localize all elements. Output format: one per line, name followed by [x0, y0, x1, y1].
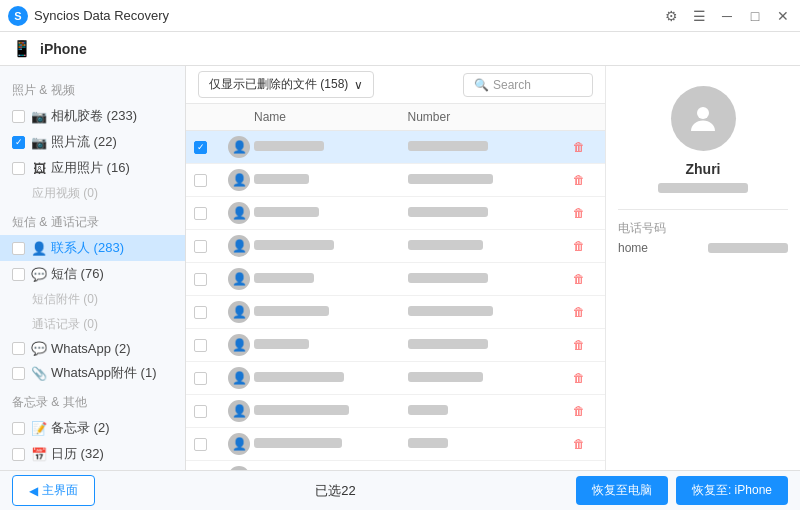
camera-roll-label: 相机胶卷 (233) — [51, 107, 177, 125]
row-checkbox[interactable] — [194, 141, 207, 154]
row-checkbox[interactable] — [194, 273, 207, 286]
avatar-cell: 👤 — [224, 202, 254, 224]
sidebar-item-contacts[interactable]: 👤 联系人 (283) — [0, 235, 185, 261]
app-logo: S — [8, 6, 28, 26]
table-row[interactable]: 👤 🗑 — [186, 263, 605, 296]
table-row[interactable]: 👤 🗑 — [186, 329, 605, 362]
checkbox-whatsapp-attach[interactable] — [12, 367, 25, 380]
table-row[interactable]: 👤 🗑 — [186, 164, 605, 197]
row-name — [254, 371, 408, 385]
sidebar-item-sms[interactable]: 💬 短信 (76) — [0, 261, 185, 287]
contacts-label: 联系人 (283) — [51, 239, 177, 257]
row-number — [408, 272, 562, 286]
checkbox-photostream[interactable] — [12, 136, 25, 149]
phone-label: 电话号码 — [618, 220, 788, 237]
sidebar-item-photostream[interactable]: 📷 照片流 (22) — [0, 129, 185, 155]
avatar-person-icon — [685, 101, 721, 137]
menu-icon[interactable]: ☰ — [690, 7, 708, 25]
row-number — [408, 404, 562, 418]
row-checkbox[interactable] — [194, 240, 207, 253]
checkbox-sms[interactable] — [12, 268, 25, 281]
contact-phone-blurred — [658, 183, 748, 193]
header-delete — [561, 110, 597, 124]
sidebar-item-app-photos[interactable]: 🖼 应用照片 (16) — [0, 155, 185, 181]
sidebar-item-calendar[interactable]: 📅 日历 (32) — [0, 441, 185, 467]
contact-name: Zhuri — [686, 161, 721, 177]
search-box[interactable]: 🔍 Search — [463, 73, 593, 97]
avatar-cell: 👤 — [224, 235, 254, 257]
row-number — [408, 371, 562, 385]
row-checkbox[interactable] — [194, 372, 207, 385]
maximize-button[interactable]: □ — [746, 7, 764, 25]
contact-details: 电话号码 home — [618, 209, 788, 255]
row-number — [408, 140, 562, 154]
avatar-icon: 👤 — [228, 136, 250, 158]
settings-icon[interactable]: ⚙ — [662, 7, 680, 25]
table-row[interactable]: 👤 🗑 — [186, 131, 605, 164]
row-number — [408, 338, 562, 352]
row-checkbox[interactable] — [194, 405, 207, 418]
checkbox-notes[interactable] — [12, 422, 25, 435]
table-area: Name Number 👤 🗑 👤 — [186, 104, 605, 470]
filter-dropdown[interactable]: 仅显示已删除的文件 (158) ∨ — [198, 71, 374, 98]
app-photos-icon: 🖼 — [31, 161, 47, 176]
bottom-bar: ◀ 主界面 已选22 恢复至电脑 恢复至: iPhone — [0, 470, 800, 510]
back-label: 主界面 — [42, 482, 78, 499]
table-row[interactable]: 👤 🗑 — [186, 461, 605, 470]
sidebar-item-app-videos: 应用视频 (0) — [0, 181, 185, 206]
checkbox-calendar[interactable] — [12, 448, 25, 461]
delete-icon[interactable]: 🗑 — [561, 239, 597, 253]
avatar-icon: 👤 — [228, 268, 250, 290]
title-bar-left: S Syncios Data Recovery — [8, 6, 169, 26]
whatsapp-label: WhatsApp (2) — [51, 341, 177, 356]
delete-icon[interactable]: 🗑 — [561, 437, 597, 451]
row-checkbox[interactable] — [194, 339, 207, 352]
row-checkbox[interactable] — [194, 207, 207, 220]
delete-icon[interactable]: 🗑 — [561, 272, 597, 286]
table-row[interactable]: 👤 🗑 — [186, 395, 605, 428]
device-icon: 📱 — [12, 39, 32, 58]
table-row[interactable]: 👤 🗑 — [186, 362, 605, 395]
restore-pc-button[interactable]: 恢复至电脑 — [576, 476, 668, 505]
restore-iphone-button[interactable]: 恢复至: iPhone — [676, 476, 788, 505]
back-button[interactable]: ◀ 主界面 — [12, 475, 95, 506]
title-bar: S Syncios Data Recovery ⚙ ☰ ─ □ ✕ — [0, 0, 800, 32]
app-photos-label: 应用照片 (16) — [51, 159, 177, 177]
table-row[interactable]: 👤 🗑 — [186, 197, 605, 230]
row-number — [408, 206, 562, 220]
delete-icon[interactable]: 🗑 — [561, 206, 597, 220]
sidebar-item-whatsapp[interactable]: 💬 WhatsApp (2) — [0, 337, 185, 360]
checkbox-whatsapp[interactable] — [12, 342, 25, 355]
close-button[interactable]: ✕ — [774, 7, 792, 25]
delete-icon[interactable]: 🗑 — [561, 140, 597, 154]
delete-icon[interactable]: 🗑 — [561, 371, 597, 385]
back-icon: ◀ — [29, 484, 38, 498]
checkbox-contacts[interactable] — [12, 242, 25, 255]
row-checkbox[interactable] — [194, 306, 207, 319]
delete-icon[interactable]: 🗑 — [561, 173, 597, 187]
avatar-cell: 👤 — [224, 433, 254, 455]
delete-icon[interactable]: 🗑 — [561, 305, 597, 319]
sidebar-item-call-log: 通话记录 (0) — [0, 312, 185, 337]
checkbox-camera-roll[interactable] — [12, 110, 25, 123]
content-area: 仅显示已删除的文件 (158) ∨ 🔍 Search Name Number — [186, 66, 605, 470]
row-number — [408, 239, 562, 253]
row-checkbox[interactable] — [194, 174, 207, 187]
photostream-label: 照片流 (22) — [51, 133, 177, 151]
row-name — [254, 206, 408, 220]
sidebar-item-camera-roll[interactable]: 📷 相机胶卷 (233) — [0, 103, 185, 129]
table-row[interactable]: 👤 🗑 — [186, 230, 605, 263]
table-row[interactable]: 👤 🗑 — [186, 296, 605, 329]
svg-point-0 — [697, 107, 709, 119]
search-icon: 🔍 — [474, 78, 489, 92]
table-row[interactable]: 👤 🗑 — [186, 428, 605, 461]
checkbox-app-photos[interactable] — [12, 162, 25, 175]
delete-icon[interactable]: 🗑 — [561, 338, 597, 352]
delete-icon[interactable]: 🗑 — [561, 404, 597, 418]
row-checkbox[interactable] — [194, 438, 207, 451]
avatar-icon: 👤 — [228, 334, 250, 356]
minimize-button[interactable]: ─ — [718, 7, 736, 25]
sidebar-item-whatsapp-attach[interactable]: 📎 WhatsApp附件 (1) — [0, 360, 185, 386]
sidebar-item-notes[interactable]: 📝 备忘录 (2) — [0, 415, 185, 441]
table-header: Name Number — [186, 104, 605, 131]
